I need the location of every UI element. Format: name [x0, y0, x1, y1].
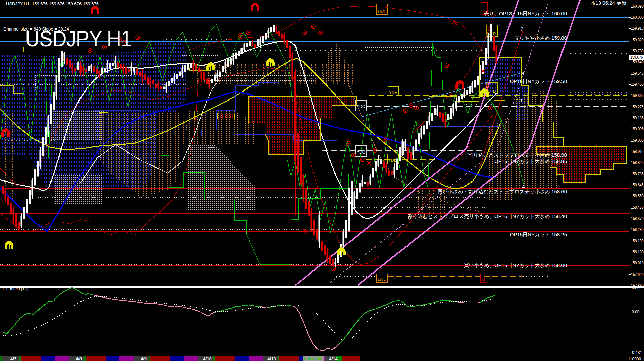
svg-text:YDL: YDL — [388, 158, 396, 163]
svg-text:売りやや小さめ 159.80: 売りやや小さめ 159.80 — [514, 35, 567, 41]
svg-text:158.010: 158.010 — [631, 260, 644, 265]
svg-text:158.100: 158.100 — [631, 249, 644, 254]
svg-text:160.000: 160.000 — [631, 15, 644, 19]
svg-text:D: D — [493, 32, 496, 36]
svg-text:110000: 110000 — [628, 357, 641, 361]
svg-text:YDC: YDC — [357, 104, 365, 109]
svg-text:159.275: 159.275 — [631, 104, 644, 109]
svg-text:YDH: YDH — [389, 90, 397, 95]
svg-text:159.910: 159.910 — [631, 26, 644, 31]
svg-text:0.264: 0.264 — [632, 285, 642, 290]
svg-text:159.455: 159.455 — [631, 82, 644, 86]
svg-text:4/7: 4/7 — [10, 356, 16, 361]
svg-text:160.090: 160.090 — [631, 4, 644, 8]
svg-text:OP15日NYカット 158.25: OP15日NYカット 158.25 — [510, 232, 567, 237]
svg-text:D: D — [493, 89, 496, 93]
svg-text:割り込むとストップロス売り小さめ 158.90: 割り込むとストップロス売り小さめ 158.90 — [468, 152, 567, 158]
svg-text:158.825: 158.825 — [631, 160, 644, 165]
svg-text:USDJPY,H1 159.676 159.676 159: USDJPY,H1 159.676 159.676 159.676 159.67… — [6, 1, 99, 6]
svg-text:-0.431: -0.431 — [631, 350, 642, 355]
svg-text:macd ON: macd ON — [304, 356, 322, 361]
svg-text:158.645: 158.645 — [631, 182, 644, 187]
svg-text:LWL: LWL — [378, 277, 386, 282]
svg-text:158.550: 158.550 — [631, 193, 644, 198]
svg-text:158.280: 158.280 — [631, 227, 644, 232]
svg-text:売り、OP13・15日NYカット 160.00: 売り、OP13・15日NYカット 160.00 — [484, 11, 567, 16]
svg-text:158.915: 158.915 — [631, 149, 644, 154]
svg-text:159.730: 159.730 — [631, 48, 644, 53]
svg-text:159.005: 159.005 — [631, 138, 644, 142]
svg-text:159.640: 159.640 — [631, 59, 644, 64]
svg-text:1: 1 — [520, 98, 523, 103]
svg-text:157.920: 157.920 — [631, 272, 644, 276]
svg-text:159.545: 159.545 — [631, 71, 644, 75]
svg-text:H1 macd (12): H1 macd (12) — [3, 287, 28, 291]
svg-text:158.190: 158.190 — [631, 238, 644, 243]
svg-text:4/14: 4/14 — [329, 356, 338, 361]
svg-text:OP16日NYカット 159.50: OP16日NYカット 159.50 — [510, 78, 567, 84]
svg-text:159.095: 159.095 — [631, 126, 644, 131]
svg-text:159.365: 159.365 — [631, 93, 644, 98]
svg-text:159.185: 159.185 — [631, 115, 644, 120]
svg-text:買い小さめ・割り込むとストップロス売り小さめ 158.60: 買い小さめ・割り込むとストップロス売り小さめ 158.60 — [438, 189, 567, 194]
svg-text:158.370: 158.370 — [631, 216, 644, 221]
svg-text:158.460: 158.460 — [631, 204, 644, 209]
svg-text:4/10: 4/10 — [203, 356, 211, 361]
svg-text:4/9: 4/9 — [141, 356, 147, 361]
svg-text:159.820: 159.820 — [631, 37, 644, 42]
svg-text:158.735: 158.735 — [631, 171, 644, 176]
svg-text:M: M — [482, 277, 485, 282]
svg-text:4/13: 4/13 — [267, 356, 276, 361]
svg-text:4/8: 4/8 — [76, 356, 82, 361]
svg-text:OP15日NYカット大きめ 158.85: OP15日NYカット大きめ 158.85 — [494, 158, 567, 164]
svg-text:買い小さめ、OP15日NYカット大きめ 158.00: 買い小さめ、OP15日NYカット大きめ 158.00 — [464, 262, 567, 268]
svg-text:3: 3 — [521, 71, 524, 76]
svg-text:159.676: 159.676 — [630, 55, 643, 59]
svg-text:割り込むとストップロス売り小さめ、OP16日NYカット大きめ: 割り込むとストップロス売り小さめ、OP16日NYカット大きめ 158.40 — [408, 213, 567, 219]
svg-text:LWH: LWH — [378, 10, 387, 14]
svg-text:USDJPY H1: USDJPY H1 — [25, 26, 132, 51]
svg-text:2: 2 — [521, 26, 523, 32]
svg-text:0.00: 0.00 — [632, 310, 640, 314]
svg-text:4/13 06:24 更新: 4/13 06:24 更新 — [591, 0, 627, 6]
